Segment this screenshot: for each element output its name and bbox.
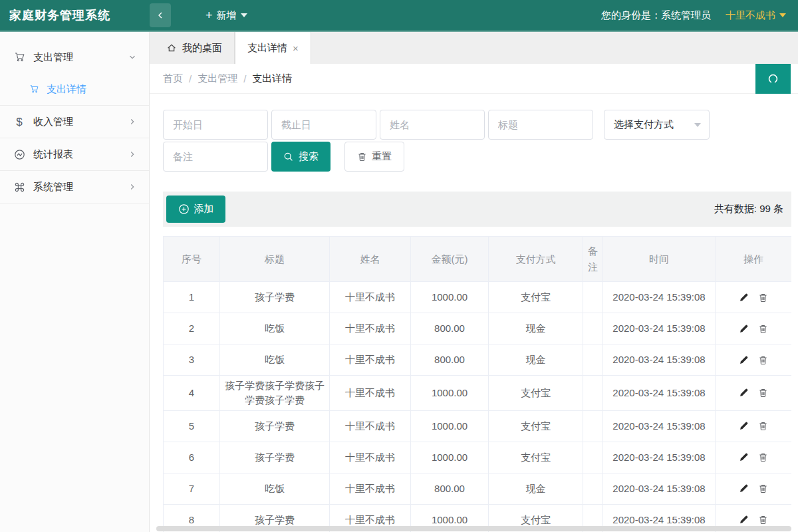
edit-icon[interactable] [739,324,749,334]
edit-icon[interactable] [739,452,749,462]
cell-actions [716,282,792,313]
cell-name: 十里不成书 [330,282,411,313]
end-date-input[interactable] [271,110,376,140]
start-date-input[interactable] [163,110,268,140]
name-input[interactable] [380,110,485,140]
breadcrumb-expense-management[interactable]: 支出管理 [198,72,237,85]
caret-down-icon [241,13,247,17]
cell-name: 十里不成书 [330,473,411,504]
system-icon [13,182,25,193]
cell-title: 孩子学费 [220,442,330,473]
cell-no: 1 [164,282,220,313]
chart-icon [13,149,25,160]
cell-no: 2 [164,313,220,344]
delete-icon[interactable] [758,324,768,334]
delete-icon[interactable] [758,483,768,493]
reset-button[interactable]: 重置 [344,142,404,172]
sidebar-item-income-management[interactable]: $ 收入管理 [0,106,149,138]
edit-icon[interactable] [739,515,749,525]
cell-note [583,344,603,376]
payment-method-select[interactable]: 选择支付方式 [604,110,710,140]
add-button[interactable]: 添加 [166,196,225,223]
cell-actions [716,344,792,376]
breadcrumb-separator: / [243,73,246,84]
app-title: 家庭财务管理系统 [0,7,150,23]
sidebar-item-statistics-report[interactable]: 统计报表 [0,138,149,170]
tab-bar: 我的桌面 支出详情 × [150,32,798,64]
cell-note [583,473,603,504]
note-input[interactable] [163,142,268,172]
tab-my-desktop[interactable]: 我的桌面 [154,32,235,64]
table-row: 5 孩子学费 十里不成书 1000.00 支付宝 2020-03-24 15:3… [164,410,792,442]
cell-payment: 支付宝 [489,410,583,442]
cell-note [583,313,603,344]
cell-payment: 现金 [489,344,583,376]
title-input[interactable] [488,110,593,140]
caret-down-icon [779,13,786,17]
refresh-icon [767,73,779,84]
cell-amount: 1000.00 [411,376,489,411]
tab-expense-detail[interactable]: 支出详情 × [235,32,311,64]
delete-icon[interactable] [758,452,768,462]
quick-add-label: 新增 [217,9,237,22]
delete-icon[interactable] [758,293,768,303]
table-row: 3 吃饭 十里不成书 800.00 现金 2020-03-24 15:39:08 [164,344,792,376]
table-row: 6 孩子学费 十里不成书 1000.00 支付宝 2020-03-24 15:3… [164,442,792,473]
cell-time: 2020-03-24 15:39:08 [603,473,716,504]
sidebar-subitem-label: 支出详情 [47,83,86,96]
tab-label: 支出详情 [247,42,287,55]
record-count: 共有数据: 99 条 [714,203,786,215]
delete-icon[interactable] [758,388,768,398]
refresh-button[interactable] [755,64,791,94]
cell-name: 十里不成书 [330,344,411,376]
divider [0,203,149,203]
close-icon[interactable]: × [293,43,299,53]
breadcrumb-current: 支出详情 [252,72,292,85]
edit-icon[interactable] [739,483,749,493]
edit-icon[interactable] [739,355,749,365]
cell-title: 吃饭 [220,313,330,344]
sidebar-item-expense-management[interactable]: 支出管理 [0,41,149,73]
horizontal-scrollbar[interactable] [156,526,791,531]
edit-icon[interactable] [739,421,749,431]
delete-icon[interactable] [758,515,768,525]
search-button[interactable]: 搜索 [271,142,331,172]
sidebar-item-system-management[interactable]: 系统管理 [0,171,149,203]
main-content: 我的桌面 支出详情 × 首页 / 支出管理 / 支出详情 [150,32,798,532]
home-icon [166,43,177,53]
cell-no: 4 [164,376,220,411]
cell-amount: 1000.00 [411,442,489,473]
reset-label: 重置 [372,150,392,163]
sidebar-collapse-button[interactable] [150,3,171,27]
cell-note [583,376,603,411]
cell-no: 7 [164,473,220,504]
col-header-title: 标题 [220,237,330,282]
user-menu[interactable]: 十里不成书 [726,9,786,22]
table-row: 2 吃饭 十里不成书 800.00 现金 2020-03-24 15:39:08 [164,313,792,344]
cell-payment: 现金 [489,473,583,504]
sidebar-item-expense-detail[interactable]: 支出详情 [0,73,149,105]
cell-actions [716,473,792,504]
cell-actions [716,376,792,411]
cell-note [583,410,603,442]
quick-add-menu[interactable]: + 新增 [205,9,247,22]
table-row: 7 吃饭 十里不成书 800.00 现金 2020-03-24 15:39:08 [164,473,792,504]
caret-down-icon [694,123,701,127]
col-header-name: 姓名 [330,237,411,282]
add-label: 添加 [194,203,214,215]
edit-icon[interactable] [739,388,749,398]
chevron-right-icon [128,117,137,126]
delete-icon[interactable] [758,355,768,365]
app-header: 家庭财务管理系统 + 新增 您的身份是：系统管理员 十里不成书 [0,0,798,32]
search-label: 搜索 [299,150,319,163]
breadcrumb-home[interactable]: 首页 [163,72,183,85]
delete-icon[interactable] [758,421,768,431]
col-header-note: 备注 [583,237,603,282]
edit-icon[interactable] [739,293,749,303]
cell-time: 2020-03-24 15:39:08 [603,313,716,344]
cell-actions [716,442,792,473]
cell-no: 5 [164,410,220,442]
cell-name: 十里不成书 [330,442,411,473]
cell-payment: 支付宝 [489,376,583,411]
cell-name: 十里不成书 [330,313,411,344]
